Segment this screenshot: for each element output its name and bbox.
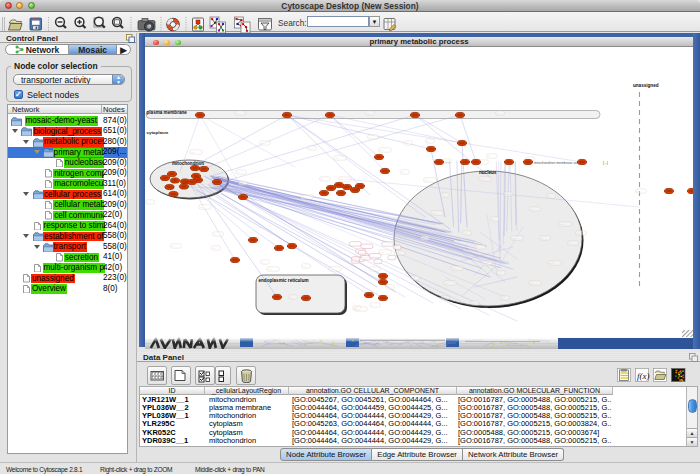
svg-text:...: ...	[371, 267, 374, 271]
svg-text:....: ....	[425, 178, 429, 182]
svg-text:mitochondrion membrane ass...: mitochondrion membrane ass...	[534, 161, 582, 165]
svg-text:....: ....	[302, 195, 306, 199]
svg-text:plasma membrane: plasma membrane	[147, 110, 188, 115]
svg-text:....: ....	[191, 150, 195, 154]
svg-text:...: ...	[367, 111, 370, 115]
svg-text:....: ....	[335, 156, 339, 160]
svg-text:nucleus: nucleus	[479, 170, 497, 175]
svg-text:...: ...	[472, 301, 475, 305]
svg-text:....: ....	[560, 222, 564, 226]
svg-text:....: ....	[200, 205, 204, 209]
svg-text:....: ....	[550, 261, 554, 265]
svg-text:......: ......	[445, 160, 451, 164]
svg-text:...: ...	[261, 141, 264, 145]
svg-text:...: ...	[505, 192, 508, 196]
svg-text:...: ...	[488, 154, 491, 158]
svg-text:unassigned: unassigned	[633, 83, 659, 88]
svg-text:f(x): f(x)	[637, 371, 650, 381]
svg-text:...: ...	[290, 295, 293, 299]
svg-text:...: ...	[548, 194, 551, 198]
svg-text:....: ....	[480, 177, 484, 181]
svg-text:...: ...	[541, 236, 544, 240]
svg-text:...: ...	[405, 141, 408, 145]
svg-text:...: ...	[497, 111, 500, 115]
svg-text:...: ...	[464, 231, 467, 235]
svg-text:endoplasmic reticulum: endoplasmic reticulum	[259, 278, 309, 283]
svg-text:...: ...	[412, 276, 415, 280]
svg-text:...: ...	[147, 200, 150, 204]
svg-text:...: ...	[236, 111, 239, 115]
svg-text:...: ...	[422, 236, 425, 240]
svg-text:...: ...	[387, 285, 390, 289]
svg-text:mitochondrion: mitochondrion	[172, 161, 204, 166]
svg-text:....: ....	[340, 177, 344, 181]
svg-text:...: ...	[262, 260, 265, 264]
svg-text:....: ....	[445, 281, 449, 285]
svg-text:...: ...	[569, 241, 572, 245]
svg-text:...: ...	[577, 231, 580, 235]
svg-text:[...]: [...]	[603, 161, 608, 165]
svg-text:...: ...	[321, 177, 324, 181]
svg-text:...: ...	[637, 189, 640, 193]
svg-text:...: ...	[172, 244, 175, 248]
svg-text:...: ...	[492, 217, 495, 221]
svg-text:...: ...	[502, 296, 505, 300]
svg-text:...: ...	[237, 170, 240, 174]
svg-text:...: ...	[396, 251, 399, 255]
svg-text:...: ...	[476, 245, 479, 249]
svg-text:....: ....	[432, 211, 436, 215]
svg-text:...: ...	[402, 170, 405, 174]
svg-text:...: ...	[309, 146, 312, 150]
svg-text:....: ....	[268, 267, 272, 271]
svg-text:...: ...	[483, 261, 486, 265]
svg-text:....: ....	[330, 267, 334, 271]
svg-text:...: ...	[213, 246, 216, 250]
svg-text:....: ....	[530, 281, 534, 285]
svg-text:...: ...	[303, 264, 306, 268]
svg-text:...: ...	[427, 139, 430, 143]
svg-text:...: ...	[369, 135, 372, 139]
svg-text:....: ....	[356, 307, 360, 311]
svg-text:...: ...	[371, 303, 374, 307]
svg-text:...: ...	[214, 232, 217, 236]
svg-text:...: ...	[442, 296, 445, 300]
svg-text:....: ....	[512, 236, 516, 240]
svg-text:...: ...	[240, 181, 243, 185]
svg-text:cytoplasm: cytoplasm	[147, 130, 169, 135]
svg-text:....: ....	[452, 266, 456, 270]
svg-text:...: ...	[531, 207, 534, 211]
svg-text:...: ...	[498, 271, 501, 275]
svg-text:...: ...	[442, 193, 445, 197]
svg-text:....: ....	[380, 148, 384, 152]
